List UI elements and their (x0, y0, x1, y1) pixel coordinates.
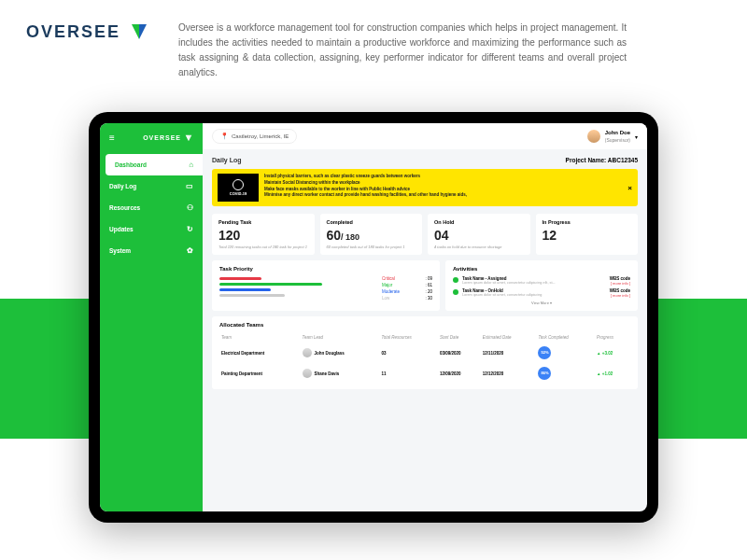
view-more-link[interactable]: View More ▾ (453, 301, 630, 305)
menu-icon[interactable]: ≡ (109, 133, 115, 143)
app-screen: ≡ OVERSEE Dashboard⌂ Daily Log▭ Resource… (100, 123, 647, 511)
user-menu[interactable]: John Doe (Supervisor) ▾ (587, 130, 638, 143)
covid-badge: COVID-19 (218, 174, 259, 202)
user-name: John Doe (605, 130, 630, 136)
stat-on-hold[interactable]: On Hold 04 4 tasks on hold due to resour… (428, 214, 530, 255)
avatar (587, 130, 600, 143)
activities-card: Avtivities Task Name - AssignedWBS code … (445, 260, 638, 311)
table-row[interactable]: Painting Department Shane Davis 11 12/09… (219, 363, 630, 384)
project-name: Project Name: ABC12345 (566, 157, 638, 163)
sidebar-item-dashboard[interactable]: Dashboard⌂ (106, 154, 203, 175)
sidebar-item-updates[interactable]: Updates↻ (100, 218, 203, 240)
section-title: Daily Log (212, 157, 242, 163)
user-role: (Supervisor) (605, 137, 630, 143)
pin-icon: 📍 (220, 133, 229, 140)
avatar (303, 369, 312, 378)
activity-item[interactable]: Task Name - OnHoldWBS code Lorem ipsum d… (453, 288, 630, 298)
refresh-icon: ↻ (187, 225, 193, 233)
sidebar-item-system[interactable]: System✿ (100, 240, 203, 261)
brand-mark-icon (128, 21, 150, 43)
people-icon: ⚇ (187, 203, 193, 212)
hero-logo: OVERSEE (26, 21, 150, 43)
stat-in-progress[interactable]: In Progress 12 (536, 214, 639, 255)
app-brand: OVERSEE (143, 133, 193, 143)
location-pill[interactable]: 📍 Castletroy, Limerick, IE (212, 129, 297, 144)
home-icon: ⌂ (189, 161, 193, 169)
tablet-frame: ≡ OVERSEE Dashboard⌂ Daily Log▭ Resource… (89, 112, 658, 523)
location-text: Castletroy, Limerick, IE (232, 133, 289, 139)
topbar: 📍 Castletroy, Limerick, IE John Doe (Sup… (203, 123, 647, 149)
brand-text: OVERSEE (26, 22, 120, 42)
sidebar-item-daily-log[interactable]: Daily Log▭ (100, 175, 203, 197)
task-priority-card: Task Priority Critical: 09 Major: 61 (212, 260, 440, 311)
table-row[interactable]: Electrical Department John Douglass 03 0… (219, 343, 630, 363)
stat-pending[interactable]: Pending Task 120 Total 120 remaining tas… (212, 214, 315, 255)
sidebar: ≡ OVERSEE Dashboard⌂ Daily Log▭ Resource… (100, 123, 203, 511)
activity-item[interactable]: Task Name - AssignedWBS code Lorem ipsum… (453, 276, 630, 286)
avatar (303, 348, 312, 357)
covid-alert: COVID-19 Install physical barriers, such… (212, 169, 638, 206)
allocated-teams-card: Allocated Teams TeamTeam LeadTotal Resou… (212, 316, 638, 389)
close-icon[interactable]: × (627, 184, 632, 192)
hero-description: Oversee is a workforce management tool f… (178, 21, 627, 80)
calendar-icon: ▭ (186, 182, 193, 190)
chevron-down-icon: ▾ (635, 133, 638, 140)
gear-icon: ✿ (187, 246, 193, 255)
stat-completed[interactable]: Completed 60/ 180 60 completed task out … (320, 214, 423, 255)
sidebar-item-resources[interactable]: Resources⚇ (100, 197, 203, 218)
alert-messages: Install physical barriers, such as clear… (264, 174, 467, 199)
